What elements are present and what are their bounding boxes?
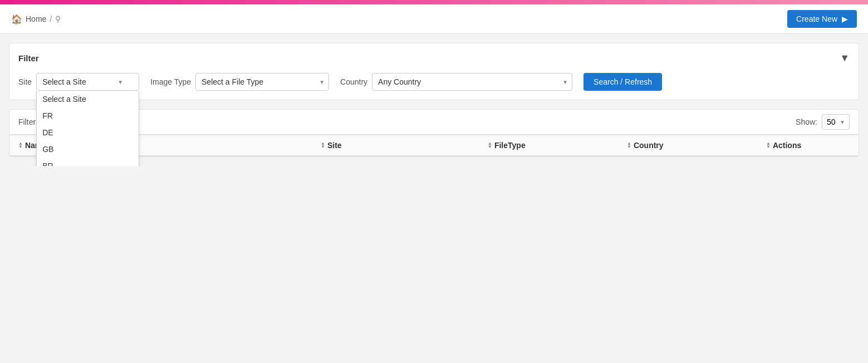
show-select-wrapper: 50 (822, 114, 850, 130)
th-filetype: ▲▼ FileType (488, 141, 627, 150)
filter-row: Site Select a Site ▼ Select a Site FR DE… (18, 73, 850, 91)
site-dropdown-arrow: ▼ (117, 79, 123, 85)
play-circle-icon: ▶ (842, 14, 848, 23)
home-icon: 🏠 (11, 14, 22, 24)
name-sort-icon[interactable]: ▲▼ (18, 142, 23, 149)
dropdown-item-de[interactable]: DE (37, 124, 139, 141)
site-sort-icon[interactable]: ▲▼ (321, 142, 325, 149)
filter-section: Filter ▼ Site Select a Site ▼ Select a S… (9, 43, 859, 100)
country-sort-icon[interactable]: ▲▼ (627, 142, 631, 149)
show-row: Show: 50 (796, 114, 850, 130)
site-filter-group: Site Select a Site ▼ Select a Site FR DE… (18, 73, 139, 91)
header: 🏠 Home / ⚲ Create New ▶ (0, 4, 868, 34)
filetype-sort-icon[interactable]: ▲▼ (488, 142, 492, 149)
actions-sort-icon[interactable]: ▲▼ (766, 142, 771, 149)
show-select[interactable]: 50 (822, 114, 850, 130)
country-select-wrapper: Any Country (372, 73, 572, 91)
site-dropdown-trigger[interactable]: Select a Site ▼ (36, 73, 139, 91)
breadcrumb-separator: / (50, 14, 52, 23)
breadcrumb: 🏠 Home / ⚲ (11, 14, 61, 24)
top-progress-bar (0, 0, 868, 4)
site-dropdown-container: Select a Site ▼ Select a Site FR DE GB B… (36, 73, 139, 91)
dropdown-item-gb[interactable]: GB (37, 141, 139, 158)
th-country: ▲▼ Country (627, 141, 766, 150)
country-filter-group: Country Any Country (340, 73, 572, 91)
image-type-label: Image Type (150, 77, 191, 86)
th-site: ▲▼ Site (321, 141, 488, 150)
search-refresh-button[interactable]: Search / Refresh (583, 73, 662, 91)
site-selected-value: Select a Site (42, 77, 86, 86)
filter-tags-label: Filter: (18, 117, 38, 126)
filter-header: Filter ▼ (18, 52, 850, 64)
dropdown-item-placeholder[interactable]: Select a Site (37, 91, 139, 107)
breadcrumb-home[interactable]: Home (26, 14, 46, 23)
country-select[interactable]: Any Country (372, 73, 572, 91)
image-type-filter-group: Image Type Select a File Type (150, 73, 329, 91)
pin-icon[interactable]: ⚲ (55, 14, 61, 23)
country-label: Country (340, 77, 367, 86)
file-type-select-wrapper: Select a File Type (195, 73, 329, 91)
site-label: Site (18, 77, 32, 86)
site-dropdown-list: Select a Site FR DE GB BR US IE AU NL ES… (36, 91, 139, 166)
file-type-select[interactable]: Select a File Type (195, 73, 329, 91)
dropdown-item-fr[interactable]: FR (37, 107, 139, 124)
filter-collapse-icon[interactable]: ▼ (840, 52, 850, 64)
filter-title: Filter (18, 53, 39, 63)
th-actions: ▲▼ Actions (766, 141, 850, 150)
show-label: Show: (796, 117, 817, 126)
dropdown-item-br[interactable]: BR (37, 158, 139, 166)
create-new-button[interactable]: Create New ▶ (787, 10, 857, 28)
